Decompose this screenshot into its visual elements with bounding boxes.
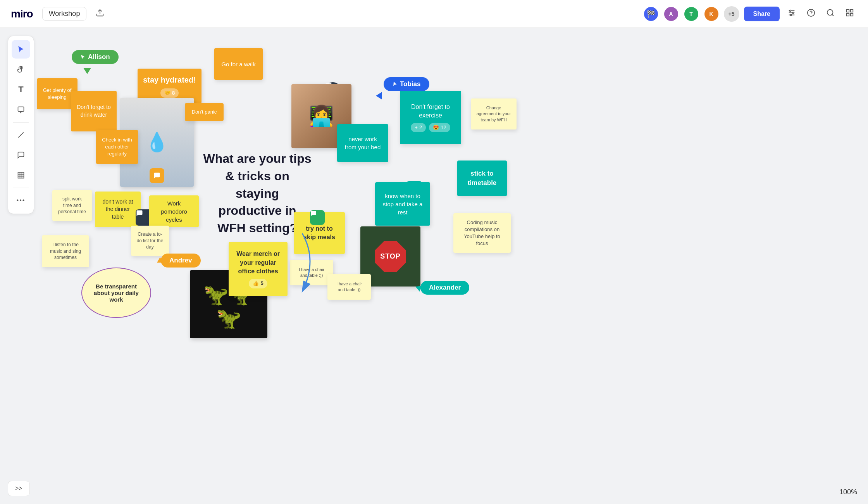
topbar: miro Workshop 🏁 A T K +5 Share	[0, 0, 868, 28]
expand-panel[interactable]: >>	[8, 481, 30, 496]
export-button[interactable]	[93, 5, 107, 22]
avatar-2: T	[684, 6, 699, 22]
sticky-water[interactable]: Don't forget to drink water	[71, 91, 117, 131]
svg-point-6	[790, 14, 792, 16]
sticky-chair-1[interactable]: I have a chair and table :))	[290, 260, 333, 285]
sticky-timetable[interactable]: stick to timetable	[457, 161, 507, 196]
text-tool[interactable]: T	[12, 80, 30, 99]
zoom-indicator: 100%	[839, 488, 857, 496]
sticky-agreement[interactable]: Change agreement in your team by WFH	[471, 98, 517, 129]
sticky-todo[interactable]: Create a to-do list for the day	[131, 226, 169, 256]
comment-tool[interactable]	[12, 146, 30, 164]
menu-icon[interactable]	[842, 5, 857, 22]
left-toolbar: T •••	[8, 36, 34, 214]
avatar-more[interactable]: +5	[724, 6, 739, 22]
sticky-coding-music[interactable]: Coding music compilations on YouTube hel…	[453, 213, 511, 253]
sticky-stop[interactable]: know when to stop and take a rest	[375, 182, 430, 226]
alexander-cursor: Alexander	[420, 281, 469, 295]
reaction-clothes[interactable]: 👍 5	[249, 279, 267, 288]
svg-rect-12	[851, 9, 853, 12]
sticky-dinner[interactable]: don't work at the dinner table	[95, 192, 141, 227]
reaction-exercise-heart[interactable]: 😍 12	[429, 123, 450, 132]
sticky-walk[interactable]: Go for a walk	[214, 48, 263, 80]
tobias-cursor: Tobias	[384, 77, 429, 91]
svg-rect-17	[18, 173, 24, 178]
search-icon[interactable]	[823, 5, 838, 22]
logo: miro	[11, 8, 33, 20]
allison-cursor: Allison	[72, 50, 119, 64]
sticky-split-time[interactable]: split work time and personal time	[52, 190, 92, 221]
sticky-merch[interactable]: Wear merch or your regular office clothe…	[229, 242, 288, 296]
help-icon[interactable]	[804, 5, 818, 22]
oval-callout-transparent[interactable]: Be transparent about your daily work	[81, 268, 151, 318]
topbar-right: 🏁 A T K +5 Share	[643, 5, 857, 22]
reaction-exercise-plus[interactable]: + 2	[411, 123, 426, 132]
workspace-name[interactable]: Workshop	[42, 7, 87, 21]
sticky-chair-2[interactable]: I have a chair and table :))	[327, 274, 371, 300]
cursor-tool[interactable]	[12, 40, 30, 59]
frame-tool[interactable]	[12, 166, 30, 185]
svg-line-16	[18, 132, 23, 137]
svg-line-10	[832, 14, 834, 16]
andrev-cursor: Andrev	[161, 254, 201, 268]
message-icon-4[interactable]	[310, 210, 325, 225]
share-button[interactable]: Share	[744, 7, 780, 21]
sticky-nobed[interactable]: never work from your bed	[337, 124, 388, 162]
sticky-tool[interactable]	[12, 100, 30, 119]
svg-point-4	[790, 10, 791, 11]
svg-rect-14	[851, 13, 853, 16]
svg-rect-15	[18, 107, 24, 112]
svg-point-9	[827, 9, 833, 15]
svg-point-5	[792, 12, 794, 14]
reaction-hydrated[interactable]: 🤝 8	[160, 88, 179, 98]
line-tool[interactable]	[12, 126, 30, 144]
avatar-1: A	[663, 6, 679, 22]
svg-rect-11	[847, 9, 849, 12]
sticky-exercise[interactable]: Don't forget to exercise + 2 😍 12	[400, 91, 461, 144]
svg-rect-13	[847, 13, 849, 16]
sticky-panic[interactable]: Don't panic	[185, 103, 224, 121]
canvas: Allison Get plenty of sleeping Don't for…	[0, 28, 868, 504]
settings-icon[interactable]	[784, 5, 799, 22]
hand-tool[interactable]	[12, 60, 30, 79]
stop-octagon: STOP	[375, 241, 406, 272]
avatar-3: K	[704, 6, 719, 22]
sticky-checkin[interactable]: Check in with each other regularly	[96, 130, 138, 164]
more-tools[interactable]: •••	[12, 191, 30, 210]
sticky-music-listen[interactable]: I listen to the music and sing sometimes	[42, 235, 89, 267]
avatar-flag: 🏁	[643, 6, 659, 22]
sticky-pomodoro[interactable]: Work pomodoro cycles	[149, 195, 199, 227]
